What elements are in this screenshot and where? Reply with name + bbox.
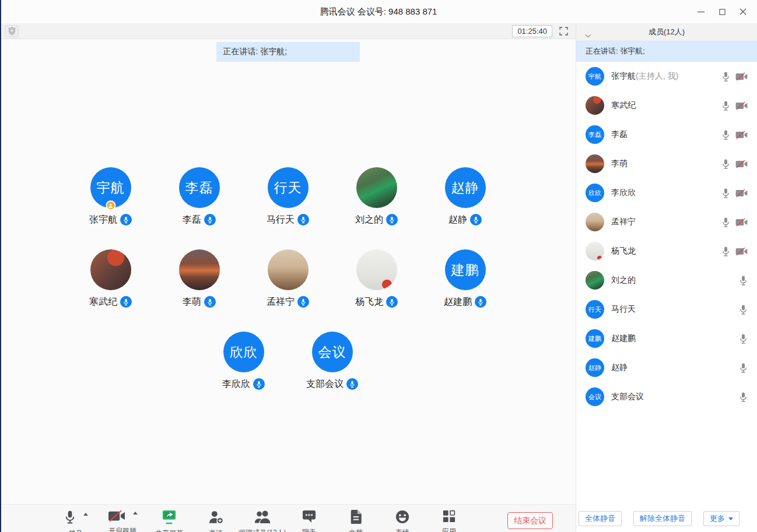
avatar-photo — [586, 96, 604, 115]
toolbar-share-button[interactable]: 共享屏幕 — [146, 505, 192, 532]
mic-active-icon[interactable] — [120, 296, 132, 308]
toolbar-mute-button[interactable]: 静音 — [52, 505, 99, 532]
member-name: 赵静 — [611, 362, 628, 373]
mic-active-icon[interactable] — [346, 378, 358, 390]
member-status-icons — [721, 246, 748, 257]
participant-tile[interactable]: 行天马行天 — [244, 167, 332, 226]
participant-tile[interactable]: 欣欣李欣欣 — [199, 332, 288, 390]
participant-tile[interactable]: 刘之的 — [332, 167, 421, 226]
mic-icon[interactable] — [721, 129, 730, 140]
participant-name-row: 李欣欣 — [222, 378, 265, 390]
mic-icon[interactable] — [721, 100, 730, 111]
member-row[interactable]: 赵静赵静 — [576, 353, 757, 382]
mic-icon[interactable] — [739, 275, 748, 286]
toolbar-label: 静音 — [69, 529, 83, 532]
participant-name-row: 刘之的 — [355, 213, 398, 226]
camera-off-icon[interactable] — [735, 160, 748, 168]
fullscreen-button[interactable] — [559, 26, 569, 36]
toolbar-apps-button[interactable]: 应用 — [426, 505, 472, 532]
toolbar-video-button[interactable]: 开启视频 — [99, 505, 146, 532]
member-status-icons — [739, 362, 748, 374]
mic-active-icon[interactable] — [386, 296, 398, 308]
camera-off-icon[interactable] — [735, 101, 748, 110]
collapse-panel-button[interactable] — [585, 30, 591, 40]
participant-tile[interactable]: 寒武纪 — [66, 249, 155, 308]
mic-active-icon[interactable] — [253, 378, 265, 390]
mic-active-icon[interactable] — [297, 296, 309, 308]
participant-tile[interactable]: 赵静赵静 — [421, 167, 510, 226]
mic-active-icon[interactable] — [204, 214, 216, 226]
mic-icon[interactable] — [739, 304, 748, 315]
share-screen-icon — [162, 510, 177, 524]
mic-active-icon[interactable] — [386, 214, 398, 226]
close-button[interactable] — [733, 0, 754, 23]
camera-off-icon[interactable] — [735, 218, 748, 227]
member-row[interactable]: 行天马行天 — [576, 295, 757, 324]
member-row[interactable]: 李磊李磊 — [576, 120, 757, 149]
participant-tile[interactable]: 孟祥宁 — [244, 249, 332, 308]
mic-active-icon[interactable] — [120, 214, 132, 226]
toolbar-icon-row — [351, 510, 362, 524]
toolbar-emoji-button[interactable]: 表情 — [379, 505, 426, 532]
member-name: 李欣欣 — [611, 188, 636, 198]
participant-row: 欣欣李欣欣会议支部会议 — [64, 332, 513, 390]
maximize-button[interactable] — [712, 0, 733, 23]
member-name: 李萌 — [611, 158, 628, 169]
member-row[interactable]: 刘之的 — [576, 266, 757, 295]
member-row[interactable]: 寒武纪 — [576, 91, 757, 120]
mic-icon[interactable] — [721, 158, 730, 170]
member-row[interactable]: 杨飞龙 — [576, 237, 757, 266]
member-row[interactable]: 建鹏赵建鹏 — [576, 324, 757, 353]
member-list: 宇航张宇航(主持人, 我)寒武纪李磊李磊李萌欣欣李欣欣孟祥宁杨飞龙刘之的行天马行… — [576, 62, 757, 505]
member-status-icons — [739, 275, 748, 286]
mic-active-icon[interactable] — [204, 296, 216, 308]
mic-icon[interactable] — [739, 333, 748, 344]
member-name: 李磊 — [611, 129, 628, 140]
toolbar-label: 邀请 — [209, 529, 223, 532]
avatar-photo — [586, 242, 604, 260]
participant-name-row: 李萌 — [183, 295, 216, 308]
mic-icon[interactable] — [739, 392, 748, 403]
participant-tile[interactable]: 建鹏赵建鹏 — [421, 249, 510, 308]
toolbar-docs-button[interactable]: 文档 — [332, 505, 379, 532]
toolbar-invite-button[interactable]: 邀请 — [192, 505, 239, 532]
member-row[interactable]: 李萌 — [576, 149, 757, 178]
participant-tile[interactable]: 李萌 — [155, 249, 244, 308]
mic-icon[interactable] — [721, 246, 730, 257]
participant-tile[interactable]: 会议支部会议 — [288, 332, 377, 390]
member-row[interactable]: 欣欣李欣欣 — [576, 178, 757, 207]
camera-off-icon[interactable] — [735, 189, 748, 198]
toolbar-members-button[interactable]: 管理成员(12人) — [239, 505, 286, 532]
end-meeting-button[interactable]: 结束会议 — [507, 512, 553, 529]
minimize-button[interactable] — [691, 0, 712, 23]
avatar-photo — [586, 271, 604, 290]
more-button[interactable]: 更多 — [703, 511, 740, 526]
toolbar-chat-button[interactable]: 聊天 — [286, 505, 332, 532]
mic-icon[interactable] — [721, 71, 730, 82]
meeting-security-button[interactable] — [5, 25, 19, 37]
participant-name-row: 赵静 — [448, 213, 482, 226]
camera-off-icon[interactable] — [735, 131, 748, 139]
member-row[interactable]: 孟祥宁 — [576, 207, 757, 237]
expand-caret[interactable] — [83, 513, 88, 516]
camera-off-icon[interactable] — [735, 72, 748, 81]
member-row[interactable]: 会议支部会议 — [576, 382, 757, 411]
minimize-icon — [698, 8, 705, 15]
mic-active-icon[interactable] — [470, 214, 482, 226]
mic-icon[interactable] — [721, 217, 730, 228]
camera-off-icon[interactable] — [735, 247, 748, 256]
participant-tile[interactable]: 杨飞龙 — [332, 249, 421, 308]
mic-icon[interactable] — [721, 188, 730, 199]
unmute-all-button[interactable]: 解除全体静音 — [633, 511, 692, 526]
member-row[interactable]: 宇航张宇航(主持人, 我) — [576, 62, 757, 91]
mic-active-icon[interactable] — [297, 214, 309, 226]
mic-icon[interactable] — [739, 362, 748, 374]
participant-tile[interactable]: 李磊李磊 — [155, 167, 244, 226]
toolbar-items: 静音开启视频共享屏幕邀请管理成员(12人)聊天文档表情应用 — [52, 505, 472, 532]
participant-tile[interactable]: 宇航张宇航 — [66, 167, 155, 226]
mute-all-button[interactable]: 全体静音 — [579, 511, 622, 526]
expand-caret[interactable] — [133, 512, 138, 515]
avatar-initials: 赵静 — [586, 358, 604, 377]
window-title: 腾讯会议 会议号: 948 883 871 — [320, 6, 437, 17]
mic-active-icon[interactable] — [475, 296, 486, 308]
